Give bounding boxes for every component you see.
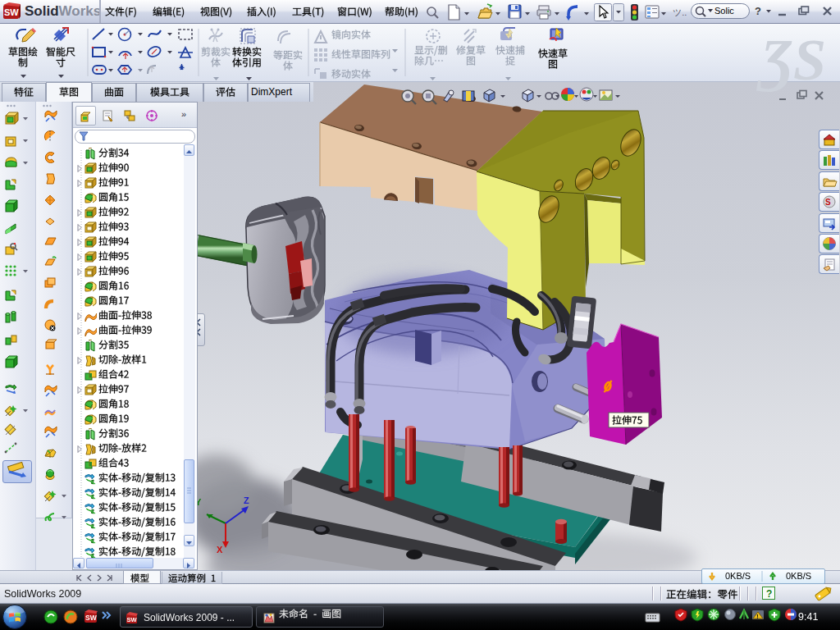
svg-text:Solic: Solic	[714, 6, 734, 16]
svg-text:SW: SW	[127, 616, 138, 623]
svg-text:ツ..: ツ..	[673, 7, 687, 17]
svg-text:SW: SW	[4, 7, 19, 17]
svg-text:!: !	[756, 614, 758, 619]
svg-text:S: S	[825, 198, 831, 207]
svg-text:SW: SW	[85, 614, 98, 622]
